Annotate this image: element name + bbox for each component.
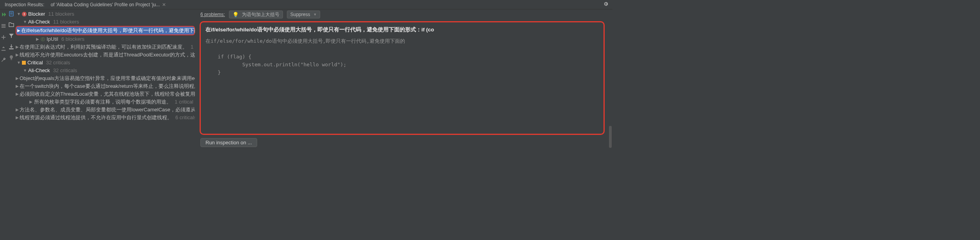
node-label: 线程池不允许使用Executors去创建，而是通过ThreadPoolExecu… [20,51,195,59]
code-line: if (flag) { [205,54,251,60]
tree-node-iputil[interactable]: ▶ ⓒ IpUtil 6 blockers [16,35,195,43]
chevron-right-icon: ▶ [16,90,19,98]
tab-label: of 'Alibaba Coding Guidelines' Profile o… [50,2,160,7]
view-gutter [7,9,16,150]
node-count: 32 criticals [46,59,70,67]
tree-node-rule-switch[interactable]: ▶ 在一个switch块内，每个case要么通过break/return等来终止… [16,82,195,90]
description-line: 在if/else/for/while/do语句中必须使用大括号,即使只有一行代码… [205,38,405,44]
chevron-right-icon: ▶ [16,51,19,59]
class-icon: ⓒ [41,35,45,43]
chevron-down-icon: ▼ [16,10,21,18]
tree-node-alicheck-critical[interactable]: ▼ Ali-Check 32 criticals [16,67,195,75]
node-label: 在使用正则表达式时，利用好其预编译功能，可以有效加快正则匹配速度。 [20,43,187,51]
description-body: 在if/else/for/while/do语句中必须使用大括号,即使只有一行代码… [205,37,599,76]
group-by-directory-icon[interactable] [8,21,15,28]
rerun-icon[interactable] [1,12,6,18]
inspection-tree[interactable]: ▼ ! Blocker 11 blockers ▼ Ali-Check 11 b… [16,9,195,150]
close-icon[interactable]: ✕ [162,2,166,7]
chevron-right-icon: ▶ [29,98,33,106]
node-count: 1 critical [175,98,193,106]
tree-node-rule-enum[interactable]: ▶ 所有的枚举类型字段必须要有注释，说明每个数据项的用途。 1 critical [16,98,195,106]
node-count: 11 blockers [48,10,74,18]
run-inspection-button[interactable]: Run inspection on ... [200,138,257,147]
panel-title-label: Inspection Results: [5,2,44,7]
node-label: 在一个switch块内，每个case要么通过break/return等来终止，要… [20,82,195,90]
run-gutter [0,9,7,150]
problem-count-link[interactable]: 6 problems: [200,12,225,17]
tool-window-tabs: Inspection Results: of 'Alibaba Coding G… [0,0,612,9]
scroll-thumb[interactable] [609,126,612,148]
bulb-icon: 💡 [232,12,239,18]
chevron-down-icon: ▼ [23,67,27,75]
tree-node-rule-camel[interactable]: ▶ 方法名、参数名、成员变量、局部变量都统一使用lowerCamelCase，必… [16,106,195,114]
problem-detail-pane: 6 problems: 💡 为语句加上大括号 Suppress ▼ 在if/el… [196,9,608,150]
tree-node-rule-regex[interactable]: ▶ 在使用正则表达式时，利用好其预编译功能，可以有效加快正则匹配速度。 1 bl… [16,43,195,51]
node-label: Ali-Check [28,18,50,26]
quickfix-label: 为语句加上大括号 [242,11,279,18]
filter-icon[interactable] [8,32,15,39]
node-label: 线程资源必须通过线程池提供，不允许在应用中自行显式创建线程。 [20,114,172,122]
tree-node-critical[interactable]: ▼ Critical 32 criticals [16,59,195,67]
tree-node-rule-threadlocal[interactable]: ▶ 必须回收自定义的ThreadLocal变量，尤其在线程池场景下，线程经常会被… [16,90,195,98]
code-line: System.out.println("hello world"); [205,62,346,67]
inspection-results-tab[interactable]: of 'Alibaba Coding Guidelines' Profile o… [47,1,169,8]
chevron-right-icon: ▶ [16,43,19,51]
node-label: 在if/else/for/while/do语句中必须使用大括号，即使只有一行代码… [21,27,195,35]
chevron-right-icon: ▶ [35,35,40,43]
gear-icon[interactable] [603,1,609,8]
chevron-right-icon: ▶ [16,75,19,82]
chevron-down-icon: ▼ [23,18,27,26]
chevron-right-icon: ▶ [16,114,19,122]
problem-description: 在if/else/for/while/do语句中必须使用大括号，即使只有一行代码… [200,21,605,135]
node-label: Critical [27,59,43,67]
export-results-icon[interactable] [8,43,15,50]
group-by-severity-icon[interactable] [8,10,15,17]
node-count: 1 blocker [191,43,195,51]
code-line: } [205,69,221,75]
node-label: IpUtil [47,35,58,43]
description-title: 在if/else/for/while/do语句中必须使用大括号，即使只有一行代码… [205,26,599,33]
suppress-label: Suppress [290,12,310,17]
quickfix-button[interactable]: 💡 为语句加上大括号 [229,11,283,18]
chevron-right-icon: ▶ [17,27,20,35]
tree-node-rule-ifelse[interactable]: ▶ 在if/else/for/while/do语句中必须使用大括号，即使只有一行… [16,26,195,35]
suppress-button[interactable]: Suppress ▼ [287,11,321,18]
node-label: 所有的枚举类型字段必须要有注释，说明每个数据项的用途。 [34,98,171,106]
svg-rect-2 [10,14,13,15]
vertical-scrollbar[interactable] [608,9,612,150]
chevron-right-icon: ▶ [16,82,19,90]
svg-rect-1 [10,13,13,13]
node-label: 必须回收自定义的ThreadLocal变量，尤其在线程池场景下，线程经常会被复用… [20,90,195,98]
tree-node-alicheck[interactable]: ▼ Ali-Check 11 blockers [16,18,195,26]
node-label: Object的equals方法容易抛空指针异常，应使用常量或确定有值的对象来调用… [20,75,195,82]
chevron-down-icon: ▼ [16,59,21,67]
tree-node-rule-thread[interactable]: ▶ 线程资源必须通过线程池提供，不允许在应用中自行显式创建线程。 6 criti… [16,114,195,122]
wrench-icon[interactable] [1,57,6,64]
critical-severity-icon [22,61,26,65]
node-label: Blocker [28,10,45,18]
blocker-severity-icon: ! [22,12,27,16]
tree-node-rule-equals[interactable]: ▶ Object的equals方法容易抛空指针异常，应使用常量或确定有值的对象来… [16,75,195,82]
node-count: 32 criticals [53,67,77,75]
detail-toolbar: 6 problems: 💡 为语句加上大括号 Suppress ▼ [196,9,608,20]
node-label: Ali-Check [28,67,50,75]
bulb-icon[interactable] [8,54,15,61]
node-count: 11 blockers [53,18,79,26]
node-count: 6 blockers [61,35,85,43]
tree-node-rule-executors[interactable]: ▶ 线程池不允许使用Executors去创建，而是通过ThreadPoolExe… [16,51,195,59]
node-label: 方法名、参数名、成员变量、局部变量都统一使用lowerCamelCase，必须遵… [20,106,195,114]
tree-node-blocker[interactable]: ▼ ! Blocker 11 blockers [16,10,195,18]
expand-icon[interactable] [1,35,6,41]
node-count: 6 criticals [175,114,195,122]
chevron-right-icon: ▶ [16,106,19,114]
panel-title: Inspection Results: [2,1,47,8]
collapse-icon[interactable] [1,23,6,30]
export-icon[interactable] [1,46,6,53]
chevron-down-icon: ▼ [313,13,317,16]
